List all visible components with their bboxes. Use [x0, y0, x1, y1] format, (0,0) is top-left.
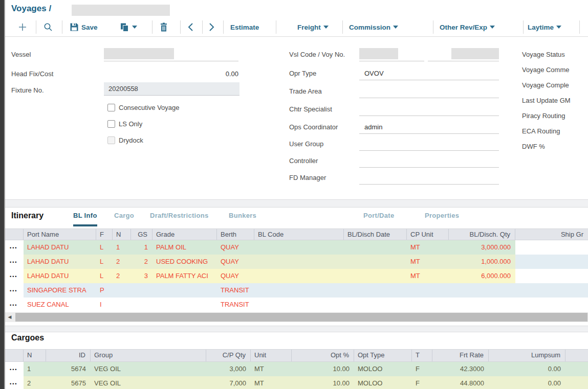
tab-bunkers[interactable]: Bunkers — [229, 212, 256, 226]
estimate-button[interactable]: Estimate — [230, 18, 259, 36]
consecutive-voyage-checkbox[interactable] — [107, 104, 115, 111]
column-header-bldate[interactable]: BL/Disch Date — [344, 229, 407, 240]
table-row[interactable]: •••LAHAD DATUL22USED COOKINGQUAYMT1,000.… — [5, 255, 588, 269]
tab-draft-restrictions[interactable]: Draft/Restrictions — [150, 212, 208, 226]
ls-only-checkbox[interactable] — [107, 120, 115, 128]
caret-down-icon — [393, 26, 398, 29]
user-group-field[interactable] — [359, 139, 499, 151]
column-header-t[interactable]: T — [412, 350, 432, 361]
head-fix-cost-field[interactable]: 0.00 — [104, 68, 238, 81]
cell-bldate — [344, 269, 407, 283]
column-header-group[interactable]: Group — [91, 350, 206, 361]
column-header-frt[interactable]: Frt Rate — [432, 350, 489, 361]
column-header-unit[interactable]: Unit — [251, 350, 292, 361]
cell-id: 5675 — [46, 376, 91, 389]
controller-field[interactable] — [359, 155, 499, 168]
delete-button[interactable] — [159, 18, 168, 36]
column-header-grade[interactable]: Grade — [153, 229, 217, 240]
tab-bl-info[interactable]: BL Info — [73, 212, 97, 226]
column-header-cpqty[interactable]: C/P Qty — [206, 350, 251, 361]
field-label: ECA Routing — [522, 127, 560, 135]
chtr-specialist-field[interactable] — [359, 104, 499, 116]
table-row[interactable]: •••LAHAD DATUL11PALM OILQUAYMT3,000.000 — [5, 240, 588, 255]
row-menu-button[interactable]: ••• — [10, 288, 17, 293]
cell-n: 2 — [113, 255, 131, 269]
cell-frt: 44.8000 — [432, 376, 489, 389]
cell-cpunit — [407, 283, 449, 298]
tab-port-date[interactable]: Port/Date — [363, 212, 395, 226]
previous-record-button[interactable] — [187, 18, 193, 36]
fd-manager-field[interactable] — [359, 172, 499, 185]
ops-coordinator-field[interactable]: admin — [359, 122, 499, 134]
column-header-n[interactable]: N — [113, 229, 131, 240]
column-header-menu[interactable] — [5, 229, 24, 240]
column-header-x[interactable] — [565, 350, 588, 361]
cell-n: 1 — [113, 240, 131, 255]
table-row[interactable]: •••LAHAD DATUL23PALM FATTY ACIQUAYMT6,00… — [5, 269, 588, 283]
cell-berth: TRANSIT — [217, 283, 254, 298]
cell-bldate — [344, 283, 407, 298]
drydock-checkbox — [107, 136, 115, 144]
column-header-cpunit[interactable]: CP Unit — [407, 229, 449, 240]
cell-t: F — [412, 376, 432, 389]
caret-down-icon — [556, 26, 561, 29]
cell-blcode — [254, 255, 344, 269]
cell-gs — [131, 298, 153, 312]
search-button[interactable] — [43, 18, 53, 36]
column-header-opttype[interactable]: Opt Type — [354, 350, 412, 361]
cell-grade: PALM OIL — [153, 240, 217, 255]
cell-port: LAHAD DATU — [24, 255, 96, 269]
column-header-qty[interactable]: BL/Disch. Qty — [449, 229, 515, 240]
itinerary-horizontal-scrollbar[interactable]: ◀ — [5, 312, 588, 322]
column-header-opt[interactable]: Opt % — [292, 350, 354, 361]
window-edge-scrollbar[interactable] — [0, 0, 5, 389]
column-header-n[interactable]: N — [24, 350, 46, 361]
row-menu-button[interactable]: ••• — [10, 367, 17, 372]
cell-grade — [153, 298, 217, 312]
row-menu-button[interactable]: ••• — [10, 245, 17, 250]
row-menu-button[interactable]: ••• — [10, 260, 17, 265]
scroll-left-arrow-icon[interactable]: ◀ — [5, 312, 14, 322]
column-header-id[interactable]: ID — [46, 350, 91, 361]
save-button[interactable]: Save — [70, 18, 98, 36]
column-header-berth[interactable]: Berth — [217, 229, 254, 240]
toolbar-divider — [223, 20, 224, 34]
table-row[interactable]: •••25675VEG OIL7,000MT10.00MOLOOF44.8000… — [5, 376, 588, 389]
vessel-label: Vessel — [11, 51, 31, 58]
column-header-port[interactable]: Port Name — [24, 229, 96, 240]
tab-properties[interactable]: Properties — [425, 212, 459, 226]
copy-button[interactable] — [120, 18, 137, 36]
column-header-lumpsum[interactable]: Lumpsum — [489, 350, 565, 361]
fixture-no-field[interactable]: 20200558 — [104, 82, 239, 96]
opr-type-field[interactable]: OVOV — [359, 68, 499, 80]
table-row[interactable]: •••15674VEG OIL3,000MT10.00MOLOOF42.3000… — [5, 362, 588, 376]
cell-opttype: MOLOO — [354, 362, 412, 376]
column-header-gs[interactable]: GS — [131, 229, 153, 240]
cell-opttype: MOLOO — [354, 376, 412, 389]
cell-gs: 1 — [131, 240, 153, 255]
freight-menu-button[interactable]: Freight — [297, 18, 329, 36]
scrollbar-thumb[interactable] — [15, 313, 587, 322]
column-header-f[interactable]: F — [96, 229, 113, 240]
cell-shipgr — [515, 255, 588, 269]
table-row[interactable]: •••SUEZ CANALITRANSIT — [5, 298, 588, 312]
row-menu-button[interactable]: ••• — [10, 381, 17, 386]
controller-label: Controller — [289, 157, 318, 165]
other-rev-exp-menu-button[interactable]: Other Rev/Exp — [440, 18, 495, 36]
column-header-menu[interactable] — [5, 350, 24, 361]
new-voyage-button[interactable] — [17, 18, 28, 36]
row-menu-button[interactable]: ••• — [10, 274, 17, 279]
toolbar-divider — [276, 20, 276, 34]
field-label: Voyage Status — [522, 51, 565, 58]
laytime-menu-button[interactable]: Laytime — [528, 18, 561, 36]
cell-berth: QUAY — [217, 255, 254, 269]
trade-area-field[interactable] — [359, 86, 499, 98]
row-menu-button[interactable]: ••• — [10, 303, 17, 308]
commission-menu-button[interactable]: Commission — [349, 18, 398, 36]
table-row[interactable]: •••SINGAPORE STRAPTRANSIT — [5, 283, 588, 298]
page-title: Voyages / — [11, 4, 51, 14]
tab-cargo[interactable]: Cargo — [114, 212, 134, 226]
next-record-button[interactable] — [209, 18, 215, 36]
column-header-shipgr[interactable]: Ship Gr — [515, 229, 588, 240]
column-header-blcode[interactable]: BL Code — [254, 229, 344, 240]
